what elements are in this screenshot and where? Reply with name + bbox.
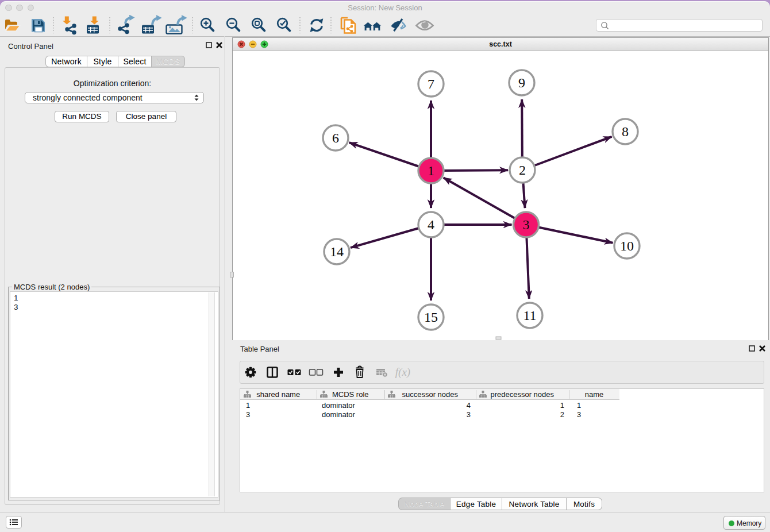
svg-text:10: 10 — [620, 238, 634, 253]
svg-text:14: 14 — [330, 244, 344, 259]
svg-text:11: 11 — [523, 308, 536, 323]
svg-text:1: 1 — [428, 163, 434, 178]
svg-text:8: 8 — [622, 124, 629, 139]
svg-text:9: 9 — [518, 75, 525, 90]
svg-text:4: 4 — [428, 217, 434, 232]
svg-text:2: 2 — [519, 163, 526, 178]
svg-text:3: 3 — [523, 217, 530, 232]
svg-text:15: 15 — [424, 310, 438, 325]
svg-text:f(x): f(x) — [395, 366, 410, 379]
svg-text:7: 7 — [428, 76, 434, 91]
svg-text:6: 6 — [332, 130, 339, 145]
